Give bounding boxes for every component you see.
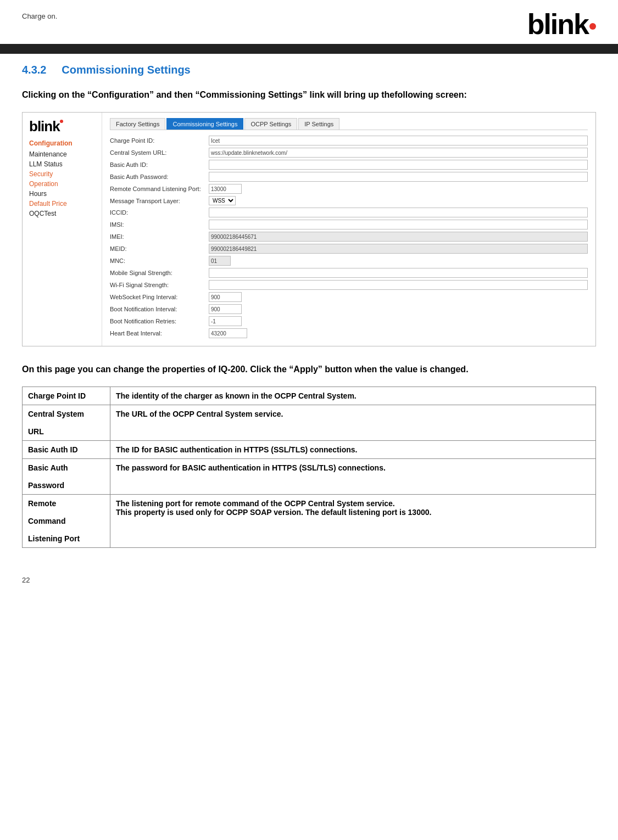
sidebar-item-default-price[interactable]: Default Price	[29, 199, 95, 209]
input-iccid[interactable]	[209, 208, 588, 217]
table-row: RemoteCommandListening Port The listenin…	[23, 495, 596, 548]
logo-dot	[589, 23, 596, 30]
table-row: Central SystemURL The URL of the OCPP Ce…	[23, 405, 596, 441]
input-mnc[interactable]	[209, 256, 231, 266]
label-websocket-ping: WebSocket Ping Interval:	[110, 294, 209, 300]
table-col-name: RemoteCommandListening Port	[23, 495, 110, 548]
label-imsi: IMSI:	[110, 221, 209, 228]
form-row-boot-notification-retries: Boot Notification Retries:	[110, 316, 588, 326]
table-col-desc: The ID for BASIC authentication in HTTPS…	[110, 441, 596, 459]
table-col-name: Basic Auth ID	[23, 441, 110, 459]
form-row-meid: MEID:	[110, 244, 588, 254]
label-mobile-signal: Mobile Signal Strength:	[110, 270, 209, 276]
table-col-desc: The listening port for remote command of…	[110, 495, 596, 548]
table-row: Charge Point ID The identity of the char…	[23, 387, 596, 405]
label-heart-beat: Heart Beat Interval:	[110, 330, 209, 337]
sidebar-logo-dot	[60, 120, 63, 123]
label-remote-command-port: Remote Command Listening Port:	[110, 186, 209, 192]
sidebar-config-label[interactable]: Configuration	[29, 139, 95, 147]
black-bar	[0, 44, 618, 54]
label-basic-auth-id: Basic Auth ID:	[110, 161, 209, 168]
table-col-name: Basic AuthPassword	[23, 459, 110, 495]
input-boot-notification-retries[interactable]	[209, 316, 242, 326]
tab-commissioning-settings[interactable]: Commissioning Settings	[166, 118, 243, 130]
sidebar-item-security[interactable]: Security	[29, 169, 95, 179]
select-transport-layer[interactable]: WSS	[209, 196, 236, 205]
label-iccid: ICCID:	[110, 209, 209, 216]
main-content: 4.3.2 Commissioning Settings Clicking on…	[0, 64, 618, 570]
form-row-iccid: ICCID:	[110, 208, 588, 217]
tab-ip-settings[interactable]: IP Settings	[298, 118, 339, 130]
sidebar-item-oqctest[interactable]: OQCTest	[29, 209, 95, 219]
logo-text: blink	[527, 10, 588, 38]
tab-factory-settings[interactable]: Factory Settings	[110, 118, 165, 130]
intro-text: Clicking on the “Configuration” and then…	[22, 87, 596, 102]
blink-logo-header: blink	[527, 10, 596, 38]
section-number: 4.3.2	[22, 64, 46, 76]
section-heading: 4.3.2 Commissioning Settings	[22, 64, 596, 76]
table-row: Basic Auth ID The ID for BASIC authentic…	[23, 441, 596, 459]
input-heart-beat[interactable]	[209, 328, 247, 338]
sidebar-item-llm-status[interactable]: LLM Status	[29, 159, 95, 169]
form-row-websocket-ping: WebSocket Ping Interval:	[110, 292, 588, 302]
label-wifi-signal: Wi-Fi Signal Strength:	[110, 282, 209, 288]
table-col-desc: The identity of the charger as known in …	[110, 387, 596, 405]
form-row-mnc: MNC:	[110, 256, 588, 266]
form-row-central-system-url: Central System URL:	[110, 148, 588, 158]
sidebar-logo: blink	[29, 118, 95, 135]
table-col-name: Charge Point ID	[23, 387, 110, 405]
label-message-transport: Message Transport Layer:	[110, 198, 209, 204]
form-row-remote-command-port: Remote Command Listening Port:	[110, 184, 588, 194]
label-imei: IMEI:	[110, 233, 209, 240]
label-boot-notification-retries: Boot Notification Retries:	[110, 318, 209, 324]
table-col-name: Central SystemURL	[23, 405, 110, 441]
sidebar-item-maintenance[interactable]: Maintenance	[29, 149, 95, 159]
input-meid[interactable]	[209, 244, 588, 254]
input-imsi[interactable]	[209, 220, 588, 229]
section-title: Commissioning Settings	[62, 64, 190, 76]
input-remote-command-port[interactable]	[209, 184, 242, 194]
page-number-container: 22	[0, 570, 618, 590]
sidebar-item-operation[interactable]: Operation	[29, 179, 95, 189]
page-header: Charge on. blink	[0, 0, 618, 44]
sidebar-item-hours[interactable]: Hours	[29, 189, 95, 199]
form-row-basic-auth-password: Basic Auth Password:	[110, 172, 588, 182]
input-basic-auth-password[interactable]	[209, 172, 588, 182]
input-mobile-signal[interactable]	[209, 268, 588, 278]
description-text: On this page you can change the properti…	[22, 362, 596, 377]
form-row-message-transport: Message Transport Layer: WSS	[110, 196, 588, 205]
input-wifi-signal[interactable]	[209, 280, 588, 290]
screenshot-main: Factory Settings Commissioning Settings …	[102, 113, 595, 346]
table-row: Basic AuthPassword The password for BASI…	[23, 459, 596, 495]
tab-ocpp-settings[interactable]: OCPP Settings	[244, 118, 297, 130]
form-row-charge-point-id: Charge Point ID:	[110, 136, 588, 145]
label-charge-point-id: Charge Point ID:	[110, 137, 209, 144]
form-row-heart-beat: Heart Beat Interval:	[110, 328, 588, 338]
page-number: 22	[22, 576, 30, 584]
screenshot-container: blink Configuration Maintenance LLM Stat…	[22, 112, 596, 346]
input-imei[interactable]	[209, 232, 588, 242]
input-basic-auth-id[interactable]	[209, 160, 588, 170]
label-boot-notification-interval: Boot Notification Interval:	[110, 306, 209, 312]
form-row-imei: IMEI:	[110, 232, 588, 242]
label-meid: MEID:	[110, 245, 209, 252]
input-charge-point-id[interactable]	[209, 136, 588, 145]
select-row-transport: WSS	[209, 196, 236, 205]
input-boot-notification-interval[interactable]	[209, 304, 242, 314]
form-row-wifi-signal: Wi-Fi Signal Strength:	[110, 280, 588, 290]
form-row-boot-notification-interval: Boot Notification Interval:	[110, 304, 588, 314]
table-col-desc: The password for BASIC authentication in…	[110, 459, 596, 495]
label-mnc: MNC:	[110, 257, 209, 264]
info-table: Charge Point ID The identity of the char…	[22, 387, 596, 548]
form-row-imsi: IMSI:	[110, 220, 588, 229]
input-central-system-url[interactable]	[209, 148, 588, 158]
header-charge-on: Charge on.	[22, 10, 57, 20]
label-central-system-url: Central System URL:	[110, 149, 209, 156]
screenshot-tabs: Factory Settings Commissioning Settings …	[110, 118, 588, 130]
screenshot-sidebar: blink Configuration Maintenance LLM Stat…	[23, 113, 102, 346]
form-row-basic-auth-id: Basic Auth ID:	[110, 160, 588, 170]
table-col-desc: The URL of the OCPP Central System servi…	[110, 405, 596, 441]
label-basic-auth-password: Basic Auth Password:	[110, 173, 209, 180]
input-websocket-ping[interactable]	[209, 292, 242, 302]
form-row-mobile-signal: Mobile Signal Strength:	[110, 268, 588, 278]
